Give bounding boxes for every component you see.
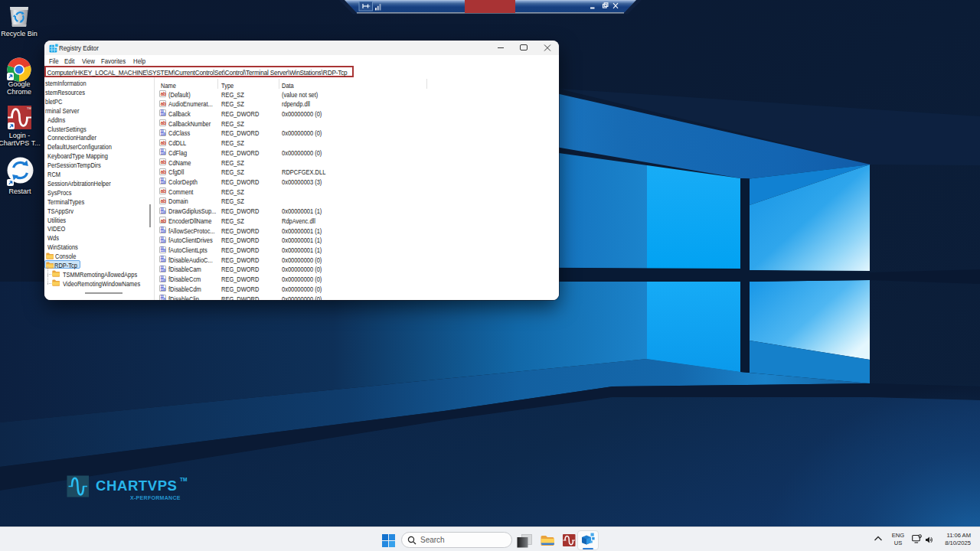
svg-text:TM: TM [27,106,31,110]
